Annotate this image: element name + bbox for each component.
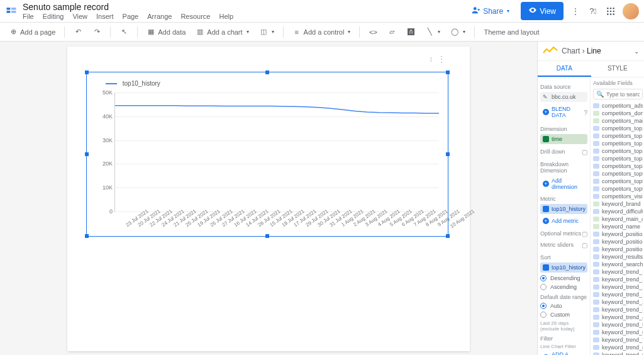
field-keyword_trend_10[interactable]: keyword_trend_10	[593, 276, 643, 283]
field-competitors_visibility[interactable]: competitors_visibility	[593, 193, 643, 200]
document-title[interactable]: Senuto sample record	[23, 2, 233, 12]
field-keyword_trend_9[interactable]: keyword_trend_9	[593, 351, 643, 355]
dimension-chip[interactable]: time	[540, 134, 587, 144]
text-button[interactable]: 🅰	[402, 26, 419, 38]
field-competitors_top10_ol[interactable]: competitors_top10_ol	[593, 140, 643, 147]
resize-handle[interactable]	[265, 70, 269, 74]
redo-button[interactable]: ↷	[89, 26, 105, 38]
field-keyword_trend_12[interactable]: keyword_trend_12	[593, 291, 643, 298]
tab-style[interactable]: STYLE	[591, 61, 645, 77]
field-competitors_top3[interactable]: competitors_top3	[593, 147, 643, 155]
selected-chart[interactable]: ↕ ⋮ top10_history 010K20K30K40K50K23 Jul…	[86, 72, 448, 237]
add-chart-button[interactable]: ▥ Add a chart ▾	[192, 26, 252, 38]
field-search[interactable]: 🔍	[593, 89, 643, 99]
add-dimension-button[interactable]: + Add dimension	[540, 176, 587, 192]
undo-button[interactable]: ↶	[70, 26, 86, 38]
numeric-type-icon	[593, 239, 599, 244]
menu-editing[interactable]: Editing	[43, 13, 64, 20]
add-filter-button[interactable]: + ADD A FILTER	[540, 349, 587, 355]
line-button[interactable]: ╲▾	[421, 26, 444, 38]
sort-field-chip[interactable]: top10_history	[540, 262, 587, 273]
field-keyword_results_coun[interactable]: keyword_results_coun	[593, 253, 643, 261]
field-keyword_position[interactable]: keyword_position	[593, 230, 643, 238]
date-auto-radio[interactable]: Auto	[540, 303, 587, 309]
community-viz-button[interactable]: ◫▾	[255, 26, 278, 38]
resize-handle[interactable]	[446, 234, 450, 238]
report-page[interactable]: ↕ ⋮ top10_history 010K20K30K40K50K23 Jul…	[67, 47, 470, 351]
field-keyword_brand[interactable]: keyword_brand	[593, 200, 643, 208]
add-control-button[interactable]: ≡ Add a control ▾	[289, 26, 355, 38]
more-options-icon[interactable]: ⋮	[570, 6, 581, 17]
select-tool-button[interactable]: ↖	[116, 26, 132, 38]
resize-handle[interactable]	[446, 152, 450, 156]
canvas-workspace[interactable]: ↕ ⋮ top10_history 010K20K30K40K50K23 Jul…	[0, 42, 537, 355]
tab-data[interactable]: DATA	[538, 61, 591, 77]
field-competitors_ads_equ[interactable]: competitors_ads_equ	[593, 102, 643, 110]
field-keyword_position_yes[interactable]: keyword_position_yes	[593, 245, 643, 253]
field-competitors_top3_diff[interactable]: competitors_top3_diff	[593, 155, 643, 162]
chart-type-icon[interactable]	[543, 45, 558, 57]
sort-ascending-radio[interactable]: Ascending	[540, 284, 587, 290]
toggle-icon[interactable]: ▢	[582, 230, 587, 237]
image-button[interactable]: ▱	[384, 26, 400, 38]
menu-insert[interactable]: Insert	[96, 13, 114, 20]
field-keyword_main_domai[interactable]: keyword_main_domai	[593, 215, 643, 223]
view-button[interactable]: View	[521, 2, 564, 20]
expand-panel-icon[interactable]: ⌄	[634, 48, 639, 55]
sort-descending-radio[interactable]: Descending	[540, 275, 587, 281]
toggle-icon[interactable]: ▢	[582, 149, 587, 155]
add-page-button[interactable]: ⊕ Add a page	[5, 26, 59, 38]
embed-button[interactable]: <>	[365, 26, 381, 38]
add-data-button[interactable]: ▦ Add data	[143, 26, 189, 38]
resize-handle[interactable]	[85, 234, 89, 238]
data-source-chip[interactable]: ✎ bbc.co.uk	[540, 92, 587, 102]
shape-button[interactable]: ◯▾	[447, 26, 469, 38]
text-type-icon	[593, 224, 599, 229]
field-keyword_searches[interactable]: keyword_searches	[593, 261, 643, 268]
menu-view[interactable]: View	[72, 13, 87, 20]
menu-help[interactable]: Help	[219, 13, 233, 20]
field-competitors_top50_ol[interactable]: competitors_top50_ol	[593, 185, 643, 193]
field-competitors_top10_di[interactable]: competitors_top10_di	[593, 132, 643, 140]
menu-file[interactable]: File	[23, 13, 34, 20]
field-competitors_top10[interactable]: competitors_top10	[593, 125, 643, 132]
menu-arrange[interactable]: Arrange	[147, 13, 172, 20]
field-keyword_difficulty[interactable]: keyword_difficulty	[593, 208, 643, 215]
info-icon[interactable]: ?	[584, 110, 587, 116]
user-avatar[interactable]	[623, 3, 639, 20]
field-keyword_trend_11[interactable]: keyword_trend_11	[593, 283, 643, 291]
field-competitors_top50[interactable]: competitors_top50	[593, 170, 643, 178]
field-keyword_trend_5[interactable]: keyword_trend_5	[593, 321, 643, 329]
field-keyword_trend_7[interactable]: keyword_trend_7	[593, 336, 643, 344]
menu-resource[interactable]: Resource	[180, 13, 210, 20]
menu-page[interactable]: Page	[123, 13, 139, 20]
field-competitors_top50_di[interactable]: competitors_top50_di	[593, 178, 643, 185]
field-competitors_domain_[interactable]: competitors_domain_	[593, 110, 643, 117]
field-keyword_trend_2[interactable]: keyword_trend_2	[593, 298, 643, 306]
resize-handle[interactable]	[446, 70, 450, 74]
field-keyword_trend_8[interactable]: keyword_trend_8	[593, 344, 643, 351]
help-icon[interactable]: ?⃝	[587, 6, 599, 17]
resize-handle[interactable]	[265, 234, 269, 238]
field-keyword_trend_6[interactable]: keyword_trend_6	[593, 329, 643, 336]
chart-more-icon[interactable]: ⋮	[438, 55, 445, 64]
theme-layout-button[interactable]: Theme and layout	[480, 27, 543, 37]
field-keyword_name[interactable]: keyword_name	[593, 223, 643, 230]
share-button[interactable]: Share ▾	[467, 3, 514, 19]
blend-data-button[interactable]: + BLEND DATA	[540, 104, 584, 120]
field-keyword_trend_3[interactable]: keyword_trend_3	[593, 306, 643, 313]
add-metric-button[interactable]: + Add metric	[540, 216, 587, 226]
field-keyword_trend_1[interactable]: keyword_trend_1	[593, 268, 643, 276]
field-competitors_main_do[interactable]: competitors_main_do	[593, 117, 643, 125]
resize-handle[interactable]	[85, 70, 89, 74]
metric-chip[interactable]: top10_history	[540, 204, 587, 214]
apps-icon[interactable]	[605, 6, 616, 17]
resize-handle[interactable]	[85, 152, 89, 156]
chart-sort-icon[interactable]: ↕	[429, 55, 433, 64]
field-competitors_top3_old[interactable]: competitors_top3_old	[593, 162, 643, 170]
field-keyword_trend_4[interactable]: keyword_trend_4	[593, 313, 643, 321]
field-keyword_position_pre[interactable]: keyword_position_pre	[593, 238, 643, 245]
field-search-input[interactable]	[606, 91, 640, 98]
toggle-icon[interactable]: ▢	[582, 242, 587, 249]
date-custom-radio[interactable]: Custom	[540, 312, 587, 318]
